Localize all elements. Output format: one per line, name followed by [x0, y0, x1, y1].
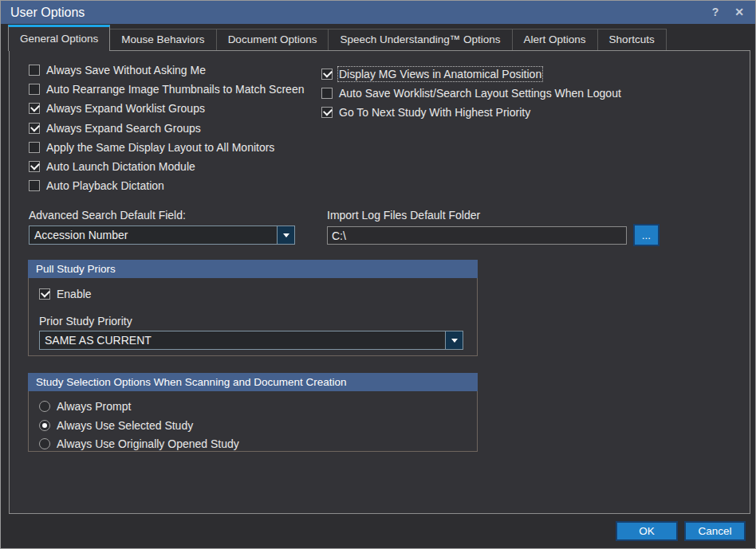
radio-label: Always Use Originally Opened Study	[57, 437, 239, 450]
tab-shortcuts[interactable]: Shortcuts	[597, 29, 667, 50]
option-pull-priors-enable[interactable]: Enable	[39, 287, 92, 300]
general-options-panel: Always Save Without Asking Me Auto Rearr…	[9, 50, 750, 514]
checkbox-label: Always Save Without Asking Me	[46, 64, 206, 76]
radio-label: Always Prompt	[57, 400, 131, 413]
checkbox-label: Display MG Views in Anatomical Position	[339, 68, 541, 80]
combobox-value: SAME AS CURRENT	[40, 331, 445, 349]
radio-always-use-originally-opened-study[interactable]: Always Use Originally Opened Study	[39, 437, 239, 450]
checkbox[interactable]	[29, 65, 40, 76]
checkbox-label: Auto Playback Dictation	[46, 179, 164, 192]
option-expand-search-groups[interactable]: Always Expand Search Groups	[29, 121, 201, 135]
checkbox[interactable]	[29, 180, 40, 191]
checkbox-label: Enable	[57, 288, 92, 300]
radio-always-use-selected-study[interactable]: Always Use Selected Study	[39, 418, 193, 432]
user-options-dialog: User Options ? ✕ General Options Mouse B…	[0, 0, 756, 549]
option-always-save-without-asking[interactable]: Always Save Without Asking Me	[29, 63, 206, 76]
option-auto-rearrange-thumbnails[interactable]: Auto Rearrange Image Thumbnails to Match…	[29, 82, 304, 96]
checkbox[interactable]	[29, 161, 40, 172]
option-same-display-layout[interactable]: Apply the Same Display Layout to All Mon…	[29, 140, 274, 154]
checkbox[interactable]	[29, 142, 40, 153]
radio-button[interactable]	[39, 420, 50, 431]
option-next-study-highest-priority[interactable]: Go To Next Study With Highest Priority	[321, 105, 530, 119]
import-log-label: Import Log Files Default Folder	[327, 209, 480, 222]
option-auto-playback-dictation[interactable]: Auto Playback Dictation	[29, 178, 164, 192]
title-bar[interactable]: User Options ? ✕	[1, 1, 755, 24]
checkbox[interactable]	[321, 88, 333, 99]
checkbox-label: Auto Rearrange Image Thumbnails to Match…	[46, 83, 304, 96]
radio-button[interactable]	[39, 401, 50, 412]
prior-study-priority-label: Prior Study Priority	[39, 315, 132, 327]
advanced-search-combobox[interactable]: Accession Number	[29, 225, 295, 245]
prior-study-priority-combobox[interactable]: SAME AS CURRENT	[39, 331, 463, 350]
checkbox-label: Apply the Same Display Layout to All Mon…	[46, 141, 274, 154]
combobox-dropdown-button[interactable]	[277, 226, 294, 244]
chevron-down-icon	[283, 233, 289, 237]
group-header: Study Selection Options When Scanning an…	[28, 373, 478, 391]
window-title: User Options	[10, 6, 85, 20]
checkbox[interactable]	[321, 107, 333, 118]
group-body: Enable Prior Study Priority SAME AS CURR…	[28, 278, 478, 356]
option-expand-worklist-groups[interactable]: Always Expand Worklist Groups	[29, 101, 205, 115]
option-auto-save-layout-logout[interactable]: Auto Save Worklist/Search Layout Setting…	[321, 86, 621, 100]
checkbox-label: Auto Launch Dictation Module	[46, 160, 195, 173]
radio-always-prompt[interactable]: Always Prompt	[39, 399, 131, 413]
tab-strip: General Options Mouse Behaviors Document…	[9, 24, 667, 50]
checkbox-label: Go To Next Study With Highest Priority	[339, 106, 530, 119]
chevron-down-icon	[451, 339, 458, 343]
tab-speech-understanding-options[interactable]: Speech Understanding™ Options	[328, 29, 512, 50]
checkbox[interactable]	[29, 103, 40, 114]
checkbox[interactable]	[39, 288, 50, 300]
combobox-value: Accession Number	[30, 226, 277, 244]
combobox-dropdown-button[interactable]	[445, 331, 463, 349]
option-display-mg-views[interactable]: Display MG Views in Anatomical Position	[321, 67, 541, 80]
pull-study-priors-group: Pull Study Priors Enable Prior Study Pri…	[28, 260, 478, 356]
option-auto-launch-dictation[interactable]: Auto Launch Dictation Module	[29, 159, 195, 173]
help-icon[interactable]: ?	[712, 1, 719, 24]
tab-general-options[interactable]: General Options	[8, 25, 110, 51]
group-body: Always Prompt Always Use Selected Study …	[28, 391, 478, 452]
close-icon[interactable]: ✕	[734, 1, 744, 24]
checkbox-label: Always Expand Search Groups	[46, 122, 201, 135]
radio-label: Always Use Selected Study	[57, 419, 193, 432]
ok-button[interactable]: OK	[616, 521, 678, 541]
checkbox-label: Always Expand Worklist Groups	[46, 102, 205, 115]
tab-document-options[interactable]: Document Options	[216, 29, 329, 50]
study-selection-group: Study Selection Options When Scanning an…	[28, 373, 478, 452]
checkbox[interactable]	[29, 123, 40, 134]
title-bar-controls: ? ✕	[712, 1, 744, 24]
cancel-button[interactable]: Cancel	[684, 521, 746, 541]
group-header: Pull Study Priors	[28, 260, 478, 278]
checkbox[interactable]	[321, 69, 333, 80]
radio-button[interactable]	[39, 438, 50, 449]
checkbox-label: Auto Save Worklist/Search Layout Setting…	[339, 87, 621, 100]
import-log-folder-input[interactable]	[327, 226, 627, 245]
tab-alert-options[interactable]: Alert Options	[512, 29, 598, 50]
checkbox[interactable]	[29, 84, 40, 95]
browse-folder-button[interactable]: ...	[633, 224, 660, 246]
advanced-search-label: Advanced Search Default Field:	[29, 209, 186, 222]
tab-mouse-behaviors[interactable]: Mouse Behaviors	[109, 29, 216, 50]
